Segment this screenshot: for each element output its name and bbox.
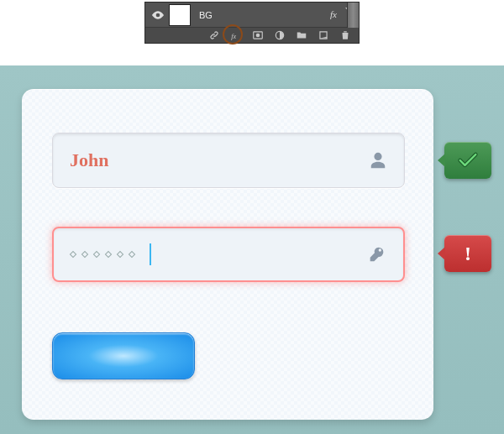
login-form-card: John xyxy=(22,89,433,420)
username-field[interactable]: John xyxy=(52,133,405,188)
validation-error-badge: ! xyxy=(444,235,491,272)
new-layer-icon[interactable] xyxy=(317,29,330,42)
layer-mask-icon[interactable] xyxy=(251,29,265,42)
design-canvas: John ! xyxy=(0,65,504,434)
layer-fx-label[interactable]: fx xyxy=(330,9,337,19)
check-icon xyxy=(456,149,480,172)
photoshop-layers-panel: BG fx fx xyxy=(144,2,360,44)
exclamation-icon: ! xyxy=(465,243,471,265)
adjustment-layer-icon[interactable] xyxy=(273,29,286,42)
text-cursor xyxy=(150,243,151,265)
password-mask xyxy=(71,243,368,265)
delete-layer-icon[interactable] xyxy=(339,29,352,42)
link-layers-icon[interactable] xyxy=(207,29,221,42)
layers-toolbar: fx xyxy=(145,28,359,43)
svg-point-2 xyxy=(256,34,260,38)
validation-success-badge xyxy=(444,142,491,179)
layer-row[interactable]: BG fx xyxy=(145,3,359,28)
username-value: John xyxy=(70,149,369,171)
layer-thumbnail[interactable] xyxy=(169,4,191,26)
key-icon xyxy=(368,245,386,264)
layer-name-label: BG xyxy=(199,10,213,20)
user-icon xyxy=(369,151,387,170)
layer-style-fx-icon[interactable]: fx xyxy=(229,29,243,42)
svg-text:fx: fx xyxy=(231,33,236,40)
password-field[interactable] xyxy=(52,227,405,282)
new-group-icon[interactable] xyxy=(295,29,308,42)
panel-scrollbar[interactable] xyxy=(347,3,359,28)
submit-button[interactable] xyxy=(52,332,195,379)
visibility-eye-icon[interactable] xyxy=(152,9,164,21)
